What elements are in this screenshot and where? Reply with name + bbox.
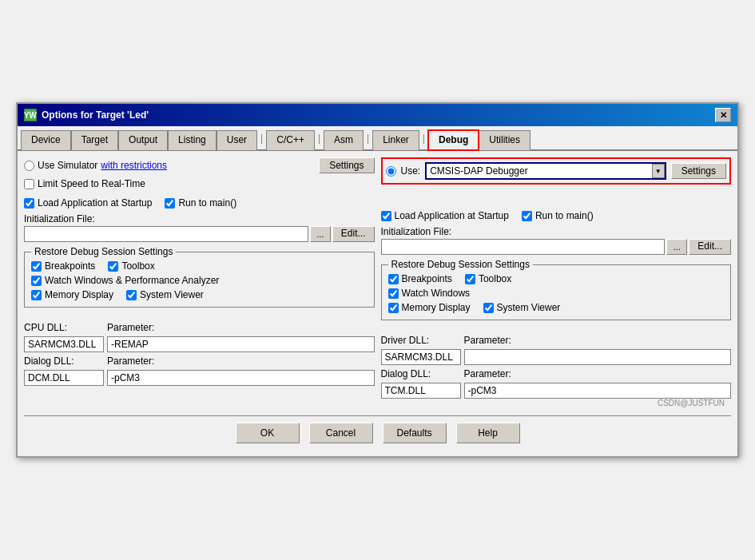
right-system-viewer-label: System Viewer bbox=[497, 302, 561, 313]
right-memory-display-row: Memory Display bbox=[388, 302, 471, 313]
left-cpu-param-input[interactable] bbox=[107, 336, 375, 352]
tab-separator-4: | bbox=[419, 129, 428, 149]
right-run-to-main-label: Run to main() bbox=[535, 210, 594, 221]
left-dialog-dll-inputs bbox=[24, 370, 375, 386]
left-browse-button[interactable]: ... bbox=[310, 226, 331, 242]
tab-output[interactable]: Output bbox=[118, 130, 168, 150]
left-restore-group-title: Restore Debug Session Settings bbox=[31, 246, 176, 257]
left-restore-group-content: Breakpoints Toolbox Watch Windows & Perf… bbox=[31, 260, 368, 300]
right-dialog-param-label: Parameter: bbox=[464, 368, 511, 379]
use-debugger-radio[interactable] bbox=[386, 166, 396, 177]
right-settings-button[interactable]: Settings bbox=[671, 163, 726, 179]
right-use-box: Use: CMSIS-DAP Debugger ▼ Settings bbox=[381, 157, 732, 185]
right-run-to-main-checkbox[interactable] bbox=[522, 211, 532, 221]
right-breakpoints-checkbox[interactable] bbox=[388, 274, 399, 284]
left-cpu-param-label: Parameter: bbox=[107, 322, 154, 333]
tab-separator-2: | bbox=[315, 129, 324, 149]
right-toolbox-checkbox[interactable] bbox=[465, 274, 475, 284]
right-dialog-dll-input[interactable] bbox=[381, 383, 461, 399]
left-dialog-dll-label: Dialog DLL: bbox=[24, 355, 104, 367]
tab-debug[interactable]: Debug bbox=[428, 130, 479, 150]
footer: OK Cancel Defaults Help bbox=[24, 415, 731, 450]
right-browse-button[interactable]: ... bbox=[666, 239, 687, 255]
cancel-button[interactable]: Cancel bbox=[309, 423, 373, 443]
left-dialog-labels-row: Dialog DLL: Parameter: bbox=[24, 355, 375, 367]
left-memory-display-checkbox[interactable] bbox=[31, 290, 42, 300]
right-load-app-label: Load Application at Startup bbox=[395, 210, 509, 221]
tab-utilities[interactable]: Utilities bbox=[479, 130, 530, 150]
tab-target[interactable]: Target bbox=[71, 130, 118, 150]
right-run-to-main-row: Run to main() bbox=[522, 210, 594, 221]
left-init-file-label: Initialization File: bbox=[24, 213, 375, 224]
right-system-viewer-checkbox[interactable] bbox=[483, 303, 494, 313]
left-init-file-input[interactable] bbox=[24, 226, 308, 242]
right-watch-windows-checkbox[interactable] bbox=[388, 288, 399, 299]
left-init-file-input-row: ... Edit... bbox=[24, 226, 375, 242]
right-load-app-checkbox[interactable] bbox=[381, 211, 391, 221]
right-dll-labels-row: Driver DLL: Parameter: bbox=[381, 335, 732, 346]
right-restore-group: Restore Debug Session Settings Breakpoin… bbox=[381, 264, 732, 320]
right-use-label: Use: bbox=[401, 165, 421, 177]
help-button[interactable]: Help bbox=[456, 423, 520, 443]
left-cpu-dll-input[interactable] bbox=[24, 336, 104, 352]
left-toolbox-row: Toolbox bbox=[108, 260, 154, 272]
right-init-file-input[interactable] bbox=[381, 239, 666, 255]
right-driver-param-input[interactable] bbox=[464, 349, 732, 365]
left-breakpoints-checkbox[interactable] bbox=[31, 261, 42, 272]
right-memory-display-checkbox[interactable] bbox=[388, 303, 399, 313]
left-watch-windows-label: Watch Windows & Performance Analyzer bbox=[45, 275, 219, 286]
close-button[interactable]: ✕ bbox=[715, 108, 731, 122]
right-breakpoints-toolbox-row: Breakpoints Toolbox bbox=[388, 273, 725, 284]
tab-content: Use Simulator with restrictions Settings… bbox=[18, 151, 737, 456]
left-toolbox-label: Toolbox bbox=[121, 260, 154, 272]
left-system-viewer-checkbox[interactable] bbox=[126, 290, 137, 300]
left-load-app-label: Load Application at Startup bbox=[38, 197, 152, 209]
defaults-button[interactable]: Defaults bbox=[383, 423, 447, 443]
two-column-layout: Use Simulator with restrictions Settings… bbox=[24, 157, 731, 399]
right-dialog-param-input[interactable] bbox=[464, 383, 732, 399]
left-cpu-dll-label: CPU DLL: bbox=[24, 322, 104, 333]
left-load-run-row: Load Application at Startup Run to main(… bbox=[24, 197, 375, 209]
right-dll-section: Driver DLL: Parameter: Dialog DLL: Param… bbox=[381, 335, 732, 399]
limit-speed-row: Limit Speed to Real-Time bbox=[24, 178, 375, 189]
left-watch-windows-row: Watch Windows & Performance Analyzer bbox=[31, 275, 368, 286]
tab-bar: Device Target Output Listing User | C/C+… bbox=[18, 126, 737, 151]
limit-speed-checkbox[interactable] bbox=[24, 179, 34, 189]
right-toolbox-label: Toolbox bbox=[479, 273, 511, 284]
left-run-to-main-checkbox[interactable] bbox=[165, 198, 175, 209]
use-simulator-radio[interactable] bbox=[24, 161, 34, 171]
right-driver-param-label: Parameter: bbox=[464, 335, 511, 346]
left-toolbox-checkbox[interactable] bbox=[108, 261, 118, 272]
right-watch-windows-label: Watch Windows bbox=[402, 288, 471, 299]
left-dialog-param-input[interactable] bbox=[107, 370, 375, 386]
tab-cpp[interactable]: C/C++ bbox=[266, 130, 315, 150]
ok-button[interactable]: OK bbox=[236, 423, 300, 443]
app-icon: YW bbox=[24, 109, 37, 121]
simulator-settings-button[interactable]: Settings bbox=[319, 157, 374, 173]
watermark: CSDN@JUSTFUN bbox=[24, 399, 731, 409]
with-restrictions-link[interactable]: with restrictions bbox=[101, 160, 167, 171]
left-edit-button[interactable]: Edit... bbox=[332, 226, 375, 242]
left-dialog-param-label: Parameter: bbox=[107, 355, 154, 367]
right-driver-dll-input[interactable] bbox=[381, 349, 461, 365]
tab-listing[interactable]: Listing bbox=[168, 130, 217, 150]
right-memory-display-label: Memory Display bbox=[402, 302, 471, 313]
left-load-app-checkbox[interactable] bbox=[24, 198, 34, 209]
right-toolbox-row: Toolbox bbox=[465, 273, 511, 284]
tab-separator-3: | bbox=[364, 129, 372, 149]
left-breakpoints-row: Breakpoints bbox=[31, 260, 95, 272]
right-watch-windows-row: Watch Windows bbox=[388, 288, 725, 299]
left-panel: Use Simulator with restrictions Settings… bbox=[24, 157, 375, 399]
tab-asm[interactable]: Asm bbox=[324, 130, 364, 150]
left-dialog-dll-input[interactable] bbox=[24, 370, 104, 386]
debugger-select[interactable]: CMSIS-DAP Debugger bbox=[425, 162, 666, 180]
tab-linker[interactable]: Linker bbox=[372, 130, 419, 150]
right-edit-button[interactable]: Edit... bbox=[689, 239, 731, 255]
tab-user[interactable]: User bbox=[217, 130, 257, 150]
main-window: YW Options for Target 'Led' ✕ Device Tar… bbox=[16, 102, 739, 458]
right-spacer bbox=[381, 189, 732, 205]
left-watch-windows-checkbox[interactable] bbox=[31, 276, 42, 286]
right-load-app-row: Load Application at Startup bbox=[381, 210, 509, 221]
tab-device[interactable]: Device bbox=[21, 130, 71, 150]
right-dialog-dll-label: Dialog DLL: bbox=[381, 368, 461, 379]
